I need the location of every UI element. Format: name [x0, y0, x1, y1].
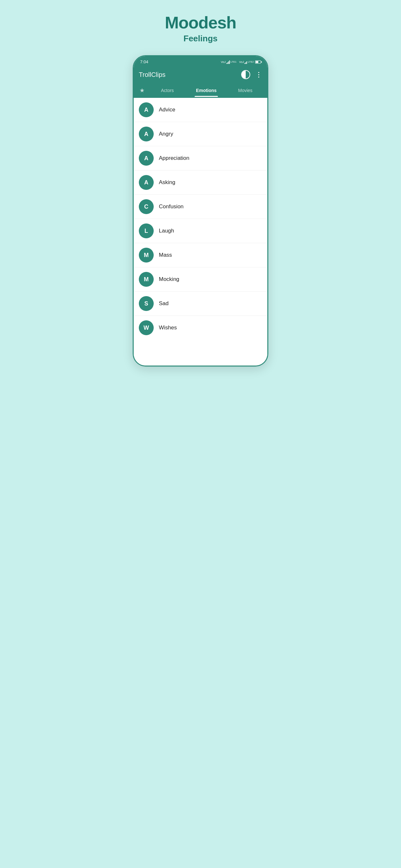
- emotion-label: Appreciation: [159, 155, 189, 161]
- tab-movies[interactable]: Movies: [226, 84, 265, 97]
- battery-icon: [255, 60, 261, 64]
- status-bar: 7:04 VoJ LTE1 VoJ: [134, 56, 267, 66]
- tab-actors[interactable]: Actors: [148, 84, 187, 97]
- emotion-label: Wishes: [159, 324, 177, 331]
- emotion-label: Angry: [159, 131, 173, 137]
- battery-fill: [256, 61, 258, 63]
- emotion-avatar: L: [139, 223, 154, 238]
- brightness-icon[interactable]: [241, 70, 250, 79]
- list-item[interactable]: MMass: [134, 243, 267, 268]
- app-bar-title: TrollClips: [139, 71, 166, 79]
- emotion-avatar: A: [139, 127, 154, 142]
- emotion-label: Laugh: [159, 228, 174, 234]
- app-bar: TrollClips ⋮: [134, 66, 267, 83]
- tab-emotions[interactable]: Emotions: [187, 84, 226, 97]
- list-item[interactable]: AAsking: [134, 170, 267, 195]
- emotions-list: AAdviceAAngryAAppreciationAAskingCConfus…: [134, 98, 267, 340]
- list-item[interactable]: LLaugh: [134, 219, 267, 243]
- signal-bars-1: [226, 60, 230, 64]
- app-subtitle: Feelings: [183, 34, 217, 43]
- list-item[interactable]: WWishes: [134, 316, 267, 340]
- network2-label: VoJ LTE2: [239, 60, 254, 64]
- phone-frame: 7:04 VoJ LTE1 VoJ: [133, 55, 268, 367]
- list-item[interactable]: AAngry: [134, 122, 267, 146]
- list-item[interactable]: MMocking: [134, 268, 267, 291]
- emotion-avatar: S: [139, 296, 154, 311]
- list-item[interactable]: AAppreciation: [134, 146, 267, 170]
- app-bar-actions: ⋮: [241, 70, 262, 79]
- app-title: Moodesh: [165, 13, 236, 32]
- emotion-avatar: A: [139, 102, 154, 117]
- emotion-avatar: A: [139, 175, 154, 190]
- list-item[interactable]: SSad: [134, 291, 267, 316]
- star-icon: ★: [140, 87, 145, 94]
- list-item[interactable]: CConfusion: [134, 195, 267, 219]
- emotion-avatar: C: [139, 199, 154, 214]
- page-wrapper: Moodesh Feelings 7:04 VoJ LTE1 VoJ: [123, 13, 278, 367]
- emotion-label: Confusion: [159, 204, 184, 210]
- emotion-avatar: M: [139, 272, 154, 287]
- status-bar-right: VoJ LTE1 VoJ LTE2: [221, 60, 261, 64]
- signal-bars-2: [244, 60, 247, 64]
- status-time: 7:04: [140, 59, 148, 64]
- emotion-label: Mocking: [159, 276, 179, 283]
- network1-label: VoJ LTE1: [221, 60, 237, 64]
- emotion-avatar: A: [139, 151, 154, 166]
- emotion-label: Sad: [159, 300, 168, 307]
- emotion-label: Advice: [159, 106, 175, 113]
- emotion-label: Mass: [159, 252, 172, 258]
- emotion-label: Asking: [159, 179, 175, 186]
- emotion-avatar: W: [139, 320, 154, 335]
- more-options-icon[interactable]: ⋮: [255, 71, 262, 79]
- tab-favorites[interactable]: ★: [136, 83, 148, 98]
- emotion-avatar: M: [139, 248, 154, 262]
- bottom-spacer: [134, 340, 267, 366]
- tab-bar: ★ Actors Emotions Movies: [134, 83, 267, 98]
- list-item[interactable]: AAdvice: [134, 98, 267, 122]
